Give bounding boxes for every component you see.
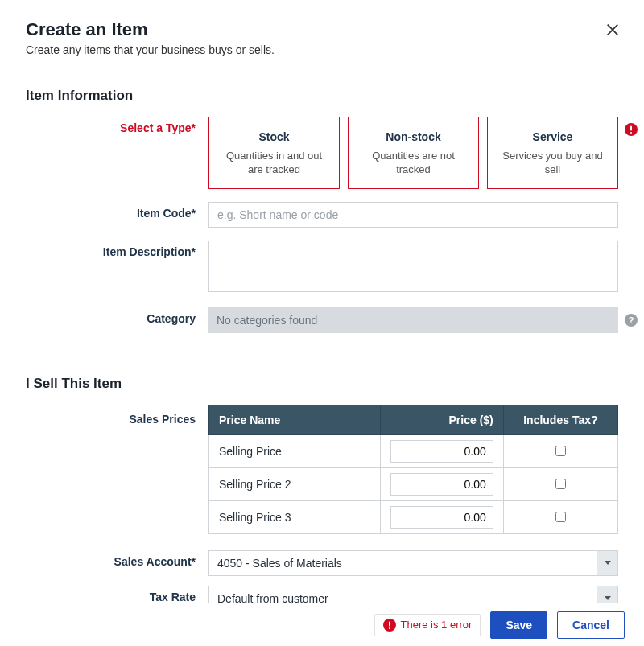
save-button[interactable]: Save: [490, 611, 547, 639]
error-badge[interactable]: There is 1 error: [374, 614, 481, 636]
label-sales-prices: Sales Prices: [26, 405, 208, 426]
row-sales-prices: Sales Prices Price Name Price ($) Includ…: [26, 405, 618, 534]
modal-subtitle: Create any items that your business buys…: [26, 43, 618, 56]
modal-body[interactable]: Item Information Select a Type* Stock Qu…: [0, 68, 644, 603]
table-row: Selling Price 2: [209, 467, 618, 500]
divider: [26, 356, 618, 356]
tax-rate-select[interactable]: Default from customer: [208, 586, 618, 603]
modal-footer: There is 1 error Save Cancel: [0, 603, 644, 646]
cell-price-name: Selling Price 3: [209, 500, 381, 533]
type-card-service[interactable]: Service Services you buy and sell: [487, 117, 618, 189]
svg-rect-5: [389, 627, 390, 629]
type-card-title: Non-stock: [357, 130, 470, 143]
svg-rect-1: [630, 126, 632, 131]
label-sales-account: Sales Account*: [26, 550, 208, 568]
create-item-modal: Create an Item Create any items that you…: [0, 0, 644, 646]
error-icon: [625, 123, 638, 136]
close-icon[interactable]: [604, 21, 621, 39]
item-description-input[interactable]: [208, 241, 618, 292]
row-sales-account: Sales Account* 4050 - Sales of Materials: [26, 550, 618, 576]
chevron-down-icon[interactable]: [597, 586, 618, 603]
type-card-stock[interactable]: Stock Quantities in and out are tracked: [208, 117, 340, 189]
select-value: Default from customer: [208, 586, 597, 603]
row-category: Category No categories found ?: [26, 307, 618, 333]
table-row: Selling Price 3: [209, 500, 618, 533]
label-select-type: Select a Type*: [26, 117, 208, 134]
label-category: Category: [26, 307, 208, 325]
help-icon[interactable]: ?: [625, 314, 638, 327]
section-title-sell: I Sell This Item: [26, 376, 618, 392]
row-tax-rate: Tax Rate Default from customer: [26, 586, 618, 603]
th-includes-tax: Includes Tax?: [503, 405, 617, 434]
type-card-title: Service: [496, 130, 609, 143]
label-item-description: Item Description*: [26, 241, 208, 258]
price-input[interactable]: [390, 440, 493, 463]
type-card-desc: Quantities are not tracked: [357, 150, 470, 177]
includes-tax-checkbox[interactable]: [555, 446, 566, 456]
type-card-desc: Services you buy and sell: [496, 150, 609, 177]
row-item-description: Item Description*: [26, 241, 618, 294]
th-price-name: Price Name: [209, 405, 381, 434]
price-input[interactable]: [390, 506, 493, 529]
cell-price-name: Selling Price 2: [209, 467, 381, 500]
modal-header: Create an Item Create any items that you…: [0, 0, 644, 68]
cell-price-name: Selling Price: [209, 434, 381, 467]
error-icon: [383, 619, 396, 632]
section-title-item-info: Item Information: [26, 88, 618, 104]
category-field: No categories found: [208, 307, 618, 333]
table-row: Selling Price: [209, 434, 618, 467]
chevron-down-icon[interactable]: [597, 550, 618, 576]
modal-title: Create an Item: [26, 19, 618, 40]
label-item-code: Item Code*: [26, 202, 208, 220]
type-card-title: Stock: [217, 130, 331, 143]
type-card-nonstock[interactable]: Non-stock Quantities are not tracked: [348, 117, 479, 189]
error-text: There is 1 error: [401, 619, 473, 631]
price-input[interactable]: [390, 473, 493, 496]
svg-rect-4: [389, 621, 390, 626]
sales-account-select[interactable]: 4050 - Sales of Materials: [208, 550, 618, 576]
row-select-type: Select a Type* Stock Quantities in and o…: [26, 117, 618, 189]
label-tax-rate: Tax Rate: [26, 586, 208, 603]
th-price: Price ($): [381, 405, 503, 434]
svg-rect-2: [630, 132, 632, 134]
type-card-desc: Quantities in and out are tracked: [217, 150, 331, 177]
includes-tax-checkbox[interactable]: [555, 512, 566, 522]
includes-tax-checkbox[interactable]: [555, 479, 566, 489]
row-item-code: Item Code*: [26, 202, 618, 228]
cancel-button[interactable]: Cancel: [557, 611, 625, 639]
sales-prices-table: Price Name Price ($) Includes Tax? Selli…: [208, 405, 618, 534]
item-code-input[interactable]: [208, 202, 618, 228]
select-value: 4050 - Sales of Materials: [208, 550, 597, 576]
